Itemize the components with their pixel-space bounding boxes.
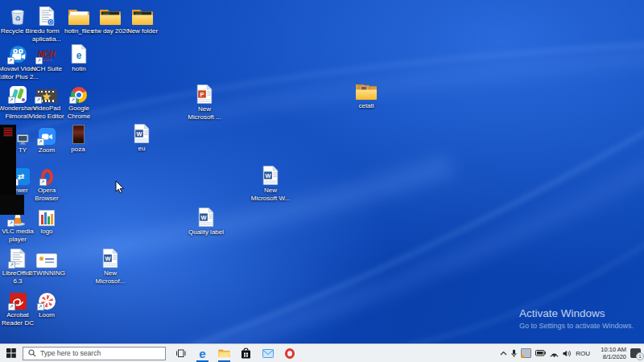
new-microsoft-ppt-icon: P bbox=[196, 84, 213, 104]
volume-icon[interactable] bbox=[563, 350, 572, 357]
poza-image-icon bbox=[72, 125, 85, 144]
icon-label: logo bbox=[40, 228, 52, 236]
cetati-folder-icon bbox=[355, 81, 378, 101]
icon-label: New folder bbox=[127, 27, 158, 35]
icon-label: New Microsoft W... bbox=[251, 187, 290, 202]
search-icon bbox=[28, 349, 36, 357]
search-box[interactable]: Type here to search bbox=[23, 347, 166, 360]
language-indicator[interactable]: ROU bbox=[576, 350, 590, 357]
opera-browser-icon: ↗ bbox=[41, 166, 53, 185]
shortcut-arrow-icon: ↗ bbox=[69, 97, 76, 104]
battery-icon[interactable] bbox=[535, 350, 546, 356]
edge-taskbar-button[interactable]: e bbox=[192, 344, 213, 362]
svg-text:W: W bbox=[105, 255, 110, 262]
action-center-button[interactable]: 1 bbox=[630, 348, 641, 358]
logo-image-icon bbox=[39, 207, 55, 226]
icon-label: Zoom bbox=[39, 146, 55, 154]
shortcut-arrow-icon: ↗ bbox=[37, 138, 44, 146]
edu-form-doc-icon bbox=[39, 6, 55, 26]
shortcut-arrow-icon: ↗ bbox=[8, 261, 15, 269]
etwinning-icon bbox=[36, 249, 57, 268]
new-microsoft-word-mid-icon: W bbox=[262, 166, 279, 185]
desktop-icon-new-microsof-word[interactable]: WNew Microsof... bbox=[86, 249, 134, 285]
shortcut-arrow-icon: ↗ bbox=[35, 97, 42, 104]
shortcut-arrow-icon: ↗ bbox=[35, 57, 43, 64]
desktop-icon-hotin-doc[interactable]: ehotin bbox=[55, 44, 103, 73]
svg-text:software: software bbox=[41, 59, 52, 62]
activate-windows-watermark: Activate Windows Go to Settings to activ… bbox=[519, 307, 634, 330]
svg-text:W: W bbox=[200, 214, 206, 221]
icon-label: eu bbox=[138, 145, 146, 153]
network-icon[interactable] bbox=[550, 350, 559, 357]
svg-text:e: e bbox=[76, 50, 82, 61]
new-folder-icon bbox=[131, 6, 154, 26]
shortcut-arrow-icon: ↗ bbox=[39, 179, 47, 186]
eu-doc-icon: W bbox=[134, 124, 150, 143]
microsoft-store-taskbar-button[interactable] bbox=[235, 344, 257, 362]
windows-logo-icon bbox=[6, 348, 16, 358]
file-explorer-taskbar-button[interactable] bbox=[213, 344, 235, 362]
watermark-subtitle: Go to Settings to activate Windows. bbox=[519, 322, 634, 330]
mail-icon bbox=[262, 349, 274, 358]
system-tray: ROU 10:10 AM 8/1/2020 1 bbox=[500, 346, 644, 360]
start-button[interactable] bbox=[0, 344, 23, 362]
icon-label: New Microsoft ... bbox=[188, 105, 221, 121]
tray-time: 10:10 AM bbox=[594, 346, 626, 353]
edge-icon: e bbox=[199, 348, 205, 360]
windows-desktop-screen: ♻Recycle Binedu form aplicatia...hotin_f… bbox=[0, 0, 644, 362]
task-view-button[interactable] bbox=[170, 344, 192, 362]
microsoft-store-icon bbox=[241, 348, 251, 359]
desktop[interactable]: ♻Recycle Binedu form aplicatia...hotin_f… bbox=[0, 0, 644, 343]
quality-label-doc-icon: W bbox=[198, 208, 214, 227]
recording-indicator-icon bbox=[4, 128, 12, 136]
clock[interactable]: 10:10 AM 8/1/2020 bbox=[594, 346, 626, 360]
desktop-icon-quality-label-doc[interactable]: WQuality label bbox=[182, 208, 230, 237]
microphone-icon[interactable] bbox=[511, 349, 517, 358]
icon-label: hotin bbox=[72, 65, 85, 73]
icon-label: Quality label bbox=[188, 228, 224, 237]
screen-recorder-tray-icon[interactable] bbox=[521, 348, 531, 358]
desktop-icon-new-microsoft-word-mid[interactable]: WNew Microsoft W... bbox=[246, 166, 295, 202]
hidden-icons-chevron[interactable] bbox=[500, 351, 507, 356]
taskbar: Type here to search e bbox=[0, 343, 644, 362]
desktop-icon-poza-image[interactable]: poza bbox=[54, 125, 102, 154]
shortcut-arrow-icon: ↗ bbox=[37, 303, 44, 311]
shortcut-arrow-icon: ↗ bbox=[7, 57, 14, 64]
icon-label: Google Chrome bbox=[68, 105, 90, 120]
desktop-icon-new-microsoft-ppt[interactable]: PNew Microsoft ... bbox=[180, 84, 229, 121]
desktop-icon-google-chrome[interactable]: ↗Google Chrome bbox=[55, 84, 103, 120]
tray-date: 8/1/2020 bbox=[594, 353, 626, 360]
search-placeholder: Type here to search bbox=[40, 349, 101, 357]
watermark-title: Activate Windows bbox=[519, 307, 634, 319]
svg-text:P: P bbox=[200, 91, 204, 98]
shortcut-arrow-icon: ↗ bbox=[8, 303, 15, 311]
icon-label: Opera Browser bbox=[35, 187, 58, 202]
icon-label: ETWINNING bbox=[28, 269, 65, 278]
desktop-icon-cetati-folder[interactable]: cetati bbox=[342, 81, 390, 110]
loom-icon: ↗ bbox=[39, 290, 56, 310]
desktop-icon-etwinning[interactable]: ETWINNING bbox=[23, 249, 71, 278]
shortcut-arrow-icon: ↗ bbox=[7, 220, 14, 227]
zoom-app-icon: ↗ bbox=[39, 125, 56, 145]
desktop-icon-eu-doc[interactable]: Weu bbox=[118, 124, 166, 153]
svg-text:W: W bbox=[265, 172, 270, 179]
icon-label: New Microsof... bbox=[96, 269, 126, 285]
desktop-icon-logo-image[interactable]: logo bbox=[23, 207, 71, 236]
icon-label: Loom bbox=[39, 311, 55, 319]
recording-overlay-video bbox=[0, 195, 24, 215]
opera-taskbar-button[interactable] bbox=[279, 344, 300, 362]
svg-text:♻: ♻ bbox=[14, 14, 20, 23]
desktop-icon-opera-browser[interactable]: ↗Opera Browser bbox=[23, 166, 71, 202]
opera-icon bbox=[285, 348, 295, 359]
notification-badge: 1 bbox=[636, 352, 644, 360]
nch-suite-icon: NCHsoftware↗ bbox=[37, 44, 56, 64]
icon-label: poza bbox=[71, 146, 85, 154]
desktop-icon-loom[interactable]: ↗Loom bbox=[23, 290, 71, 319]
hotin-doc-icon: e bbox=[71, 44, 87, 64]
svg-text:W: W bbox=[136, 130, 142, 138]
file-explorer-icon bbox=[218, 348, 230, 358]
desktop-icon-new-folder[interactable]: New folder bbox=[118, 6, 167, 35]
new-microsof-word-icon: W bbox=[102, 249, 118, 268]
mail-taskbar-button[interactable] bbox=[257, 344, 279, 362]
shortcut-arrow-icon: ↗ bbox=[8, 97, 15, 104]
